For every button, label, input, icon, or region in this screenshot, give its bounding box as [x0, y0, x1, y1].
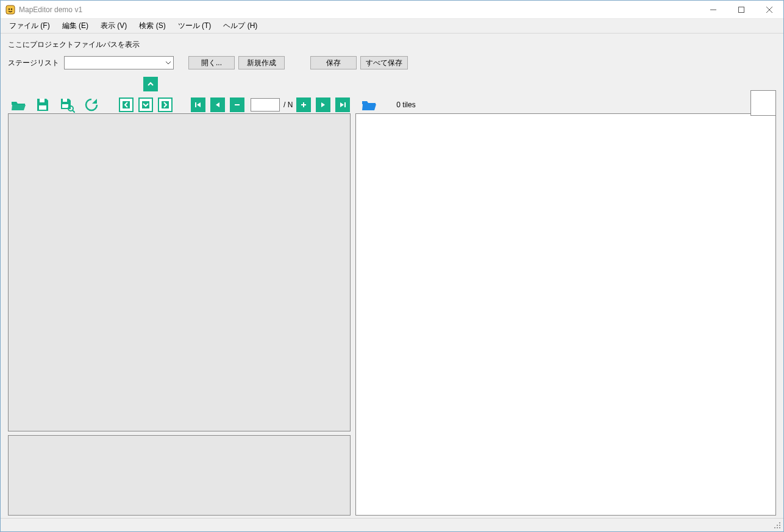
chevron-up-button[interactable]	[143, 77, 158, 91]
reload-icon[interactable]	[81, 96, 102, 113]
svg-rect-13	[195, 102, 196, 107]
toolbar: / N 0 tiles	[8, 77, 776, 113]
tiles-folder-icon[interactable]	[358, 96, 379, 113]
panels-area	[8, 113, 776, 516]
frame-total-label: / N	[283, 101, 293, 109]
minimize-button[interactable]	[699, 1, 727, 18]
svg-line-12	[73, 110, 75, 113]
maximize-button[interactable]	[727, 1, 755, 18]
svg-rect-7	[40, 99, 45, 102]
save-search-icon[interactable]	[57, 96, 77, 113]
save-icon[interactable]	[32, 96, 53, 113]
save-button[interactable]: 保存	[310, 56, 357, 69]
minus-button[interactable]	[230, 98, 244, 112]
tile-palette-panel[interactable]	[355, 113, 776, 516]
chevron-right-button[interactable]	[158, 98, 173, 112]
info-panel[interactable]	[8, 435, 351, 516]
svg-rect-14	[235, 104, 240, 105]
svg-rect-16	[301, 104, 306, 105]
statusbar	[1, 518, 783, 531]
window-controls	[699, 1, 783, 18]
map-canvas-panel[interactable]	[8, 113, 351, 431]
menu-search[interactable]: 検索 (S)	[133, 19, 171, 33]
close-button[interactable]	[755, 1, 783, 18]
menu-view[interactable]: 表示 (V)	[94, 19, 133, 33]
titlebar: MapEditor demo v1	[1, 1, 783, 19]
chevron-down-button[interactable]	[138, 98, 153, 112]
svg-rect-4	[739, 7, 744, 12]
skip-first-button[interactable]	[191, 98, 205, 112]
open-button[interactable]: 開く...	[188, 56, 235, 69]
menu-edit[interactable]: 編集 (E)	[56, 19, 94, 33]
plus-button[interactable]	[296, 98, 311, 112]
menu-file[interactable]: ファイル (F)	[3, 19, 56, 33]
color-preview-box[interactable]	[750, 90, 776, 116]
skip-last-button[interactable]	[335, 98, 350, 112]
menubar: ファイル (F) 編集 (E) 表示 (V) 検索 (S) ツール (T) ヘル…	[1, 19, 783, 34]
svg-rect-10	[62, 104, 68, 108]
app-window: MapEditor demo v1 ファイル (F) 編集 (E) 表示 (V)…	[0, 0, 784, 532]
menu-tool[interactable]: ツール (T)	[172, 19, 218, 33]
step-forward-button[interactable]	[316, 98, 330, 112]
step-back-button[interactable]	[210, 98, 225, 112]
svg-point-1	[9, 8, 10, 10]
app-icon	[5, 5, 15, 15]
window-title: MapEditor demo v1	[19, 5, 699, 14]
svg-rect-9	[63, 99, 67, 102]
tiles-count-label: 0 tiles	[396, 101, 415, 109]
stage-row: ステージリスト 開く... 新規作成 保存 すべて保存	[8, 56, 776, 69]
chevron-left-button[interactable]	[119, 98, 134, 112]
svg-point-2	[11, 8, 13, 10]
save-all-button[interactable]: すべて保存	[360, 56, 408, 69]
svg-rect-17	[344, 102, 346, 107]
content-area: ここにプロジェクトファイルパスを表示 ステージリスト 開く... 新規作成 保存…	[1, 34, 783, 518]
open-folder-icon[interactable]	[8, 96, 29, 113]
stage-list-combo[interactable]	[64, 56, 174, 69]
project-path-label: ここにプロジェクトファイルパスを表示	[8, 40, 776, 50]
svg-rect-0	[6, 5, 15, 14]
new-button[interactable]: 新規作成	[238, 56, 285, 69]
left-column	[8, 113, 351, 516]
menu-help[interactable]: ヘルプ (H)	[217, 19, 263, 33]
stage-list-label: ステージリスト	[8, 58, 59, 68]
svg-rect-8	[39, 105, 46, 110]
frame-number-input[interactable]	[251, 98, 280, 112]
resize-grip-icon[interactable]	[772, 520, 782, 530]
